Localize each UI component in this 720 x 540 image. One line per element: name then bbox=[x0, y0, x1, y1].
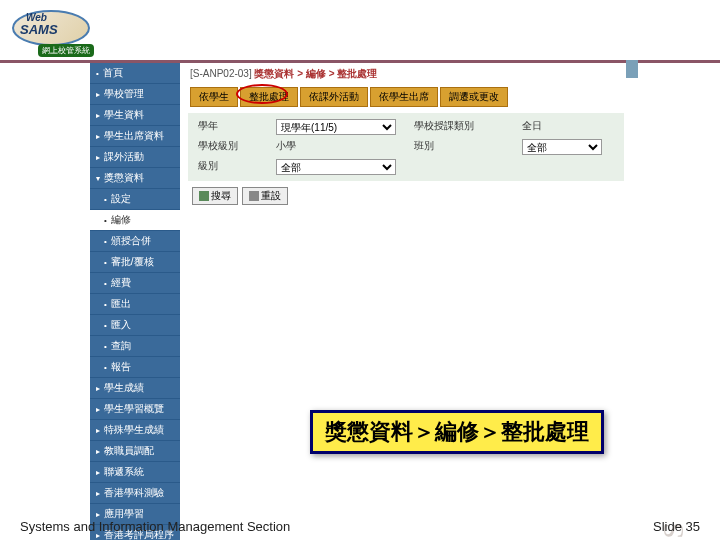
sidebar-sub-edit[interactable]: •編修 bbox=[90, 210, 180, 231]
caret-icon: ▸ bbox=[96, 426, 100, 435]
highlight-callout: 獎懲資料＞編修＞整批處理 bbox=[310, 410, 604, 454]
tab-by-activity[interactable]: 依課外活動 bbox=[300, 87, 368, 107]
breadcrumb-code: [S-ANP02-03] bbox=[190, 68, 252, 79]
class-label: 班別 bbox=[414, 139, 504, 155]
sidebar-sub-report[interactable]: •報告 bbox=[90, 357, 180, 378]
tab-by-attendance[interactable]: 依學生出席 bbox=[370, 87, 438, 107]
class-type-value: 全日 bbox=[522, 119, 602, 135]
sidebar-sub-merge[interactable]: •頒授合併 bbox=[90, 231, 180, 252]
bullet-icon: • bbox=[96, 69, 99, 78]
sidebar-item-special-results[interactable]: ▸特殊學生成績 bbox=[90, 420, 180, 441]
level-value: 小學 bbox=[276, 139, 396, 155]
sidebar-item-student-data[interactable]: ▸學生資料 bbox=[90, 105, 180, 126]
class-type-label: 學校授課類別 bbox=[414, 119, 504, 135]
bullet-icon: • bbox=[104, 258, 107, 267]
bullet-icon: • bbox=[104, 363, 107, 372]
action-row: 搜尋 重設 bbox=[182, 185, 630, 207]
sidebar-item-results[interactable]: ▸學生成績 bbox=[90, 378, 180, 399]
sidebar-item-school-mgmt[interactable]: ▸學校管理 bbox=[90, 84, 180, 105]
slide-number: 35 bbox=[686, 519, 700, 534]
caret-down-icon: ▾ bbox=[96, 174, 100, 183]
sidebar-sub-approve[interactable]: •審批/覆核 bbox=[90, 252, 180, 273]
search-form: 學年 現學年(11/5) 學校授課類別 全日 學校級別 小學 班別 全部 級別 … bbox=[188, 113, 624, 181]
search-button[interactable]: 搜尋 bbox=[192, 187, 238, 205]
bullet-icon: • bbox=[104, 279, 107, 288]
main-content: [S-ANP02-03] 獎懲資料 > 編修 > 整批處理 依學生 整批處理 依… bbox=[182, 63, 630, 207]
sidebar-nav: •首頁 ▸學校管理 ▸學生資料 ▸學生出席資料 ▸課外活動 ▾獎懲資料 •設定 … bbox=[90, 63, 180, 540]
reset-button[interactable]: 重設 bbox=[242, 187, 288, 205]
year-select[interactable]: 現學年(11/5) bbox=[276, 119, 396, 135]
year-label: 學年 bbox=[198, 119, 258, 135]
caret-icon: ▸ bbox=[96, 132, 100, 141]
sidebar-item-attendance[interactable]: ▸學生出席資料 bbox=[90, 126, 180, 147]
caret-icon: ▸ bbox=[96, 90, 100, 99]
sidebar-item-activities[interactable]: ▸課外活動 bbox=[90, 147, 180, 168]
sidebar-item-staff[interactable]: ▸教職員調配 bbox=[90, 441, 180, 462]
caret-icon: ▸ bbox=[96, 447, 100, 456]
sidebar-item-hk-test[interactable]: ▸香港學科測驗 bbox=[90, 483, 180, 504]
bullet-icon: • bbox=[104, 195, 107, 204]
caret-icon: ▸ bbox=[96, 405, 100, 414]
sidebar-item-transfer[interactable]: ▸聯遞系統 bbox=[90, 462, 180, 483]
breadcrumb-path: 獎懲資料 > 編修 > 整批處理 bbox=[254, 68, 377, 79]
bullet-icon: • bbox=[104, 216, 107, 225]
breadcrumb: [S-ANP02-03] 獎懲資料 > 編修 > 整批處理 bbox=[182, 63, 630, 85]
search-icon bbox=[199, 191, 209, 201]
footer-right: Slide 35 bbox=[653, 519, 700, 534]
sidebar-sub-import[interactable]: •匯入 bbox=[90, 315, 180, 336]
slide-footer: Systems and Information Management Secti… bbox=[0, 513, 720, 540]
class-select[interactable]: 全部 bbox=[522, 139, 602, 155]
level-label: 學校級別 bbox=[198, 139, 258, 155]
group-label: 級別 bbox=[198, 159, 258, 175]
footer-left: Systems and Information Management Secti… bbox=[20, 519, 290, 534]
tab-bar: 依學生 整批處理 依課外活動 依學生出席 調遷或更改 bbox=[182, 85, 630, 109]
bullet-icon: • bbox=[104, 300, 107, 309]
bullet-icon: • bbox=[104, 342, 107, 351]
tab-by-student[interactable]: 依學生 bbox=[190, 87, 238, 107]
sidebar-sub-settings[interactable]: •設定 bbox=[90, 189, 180, 210]
caret-icon: ▸ bbox=[96, 468, 100, 477]
tab-batch-process[interactable]: 整批處理 bbox=[240, 87, 298, 107]
bullet-icon: • bbox=[104, 237, 107, 246]
sidebar-item-home[interactable]: •首頁 bbox=[90, 63, 180, 84]
sidebar-sub-query[interactable]: •查詢 bbox=[90, 336, 180, 357]
sidebar-item-award-punish[interactable]: ▾獎懲資料 bbox=[90, 168, 180, 189]
caret-icon: ▸ bbox=[96, 153, 100, 162]
caret-icon: ▸ bbox=[96, 489, 100, 498]
caret-icon: ▸ bbox=[96, 111, 100, 120]
app-logo: Web SAMS 網上校管系統 bbox=[8, 8, 108, 56]
caret-icon: ▸ bbox=[96, 384, 100, 393]
logo-subtitle: 網上校管系統 bbox=[38, 44, 94, 57]
reset-icon bbox=[249, 191, 259, 201]
sidebar-sub-export[interactable]: •匯出 bbox=[90, 294, 180, 315]
sidebar-sub-funds[interactable]: •經費 bbox=[90, 273, 180, 294]
group-select[interactable]: 全部 bbox=[276, 159, 396, 175]
tab-transfer-change[interactable]: 調遷或更改 bbox=[440, 87, 508, 107]
sidebar-item-learning-profile[interactable]: ▸學生學習概覽 bbox=[90, 399, 180, 420]
logo-sams-text: SAMS bbox=[20, 22, 58, 37]
bullet-icon: • bbox=[104, 321, 107, 330]
